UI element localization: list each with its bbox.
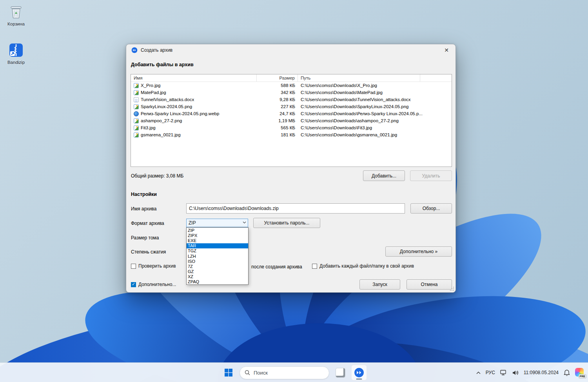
image-file-icon [134,132,139,138]
bandizip-app-icon [131,47,138,53]
file-row[interactable]: TunnelVision_attacks.docx 9,28 КБ C:\Use… [131,96,452,103]
desktop-icon-recycle-bin[interactable]: Корзина [1,3,31,26]
app-window-icon [336,368,345,378]
set-password-button[interactable]: Установить пароль... [253,218,320,228]
file-row[interactable]: gsmarena_0021.jpg 181 КБ C:\Users\comss\… [131,131,452,138]
image-file-icon [134,125,139,130]
preview-badge: PRE [579,374,586,378]
add-button[interactable]: Добавить... [363,170,405,181]
each-file-own-archive-checkbox[interactable]: Добавить каждый файл/папку в свой архив [312,263,414,269]
format-option[interactable]: 7Z [187,264,248,269]
remove-button[interactable]: Удалить [410,170,452,181]
webp-file-icon [134,111,139,116]
file-row[interactable]: MatePad.jpg 342 КБ C:\Users\comss\Downlo… [131,89,452,96]
start-button-taskbar[interactable] [221,365,236,380]
file-list-header: Имя Размер Путь [131,74,452,82]
browse-button[interactable]: Обзор... [410,203,452,214]
each-file-own-archive-label: Добавить каждый файл/папку в свой архив [319,263,414,269]
taskbar-app-icon[interactable] [332,365,348,380]
network-icon[interactable] [499,365,508,380]
format-option[interactable]: ZIPX [187,233,248,238]
start-button[interactable]: Запуск [359,279,400,290]
create-archive-dialog: Создать архив ✕ Добавить файлы в архив И… [126,44,456,293]
total-size-label: Общий размер: 3,08 МБ [131,173,183,179]
desktop-icon-label: Bandizip [1,60,31,65]
search-icon [245,370,250,375]
cancel-button[interactable]: Отмена [407,279,452,290]
format-option[interactable]: TAR [187,243,248,248]
format-option[interactable]: TGZ [187,248,248,253]
file-row[interactable]: SparkyLinux-2024.05.png 227 КБ C:\Users\… [131,103,452,110]
tray-time: 11:09 [524,370,535,376]
taskbar-bandizip-button[interactable] [351,365,367,380]
resize-grip[interactable] [450,286,454,291]
dialog-title: Создать архив [141,47,172,53]
file-row[interactable]: Релиз-Sparky Linux-2024.05.png.webp 24,7… [131,110,452,117]
advanced-button[interactable]: Дополнительно » [385,246,452,257]
archive-name-input[interactable] [186,203,405,214]
compression-label: Степень сжатия [131,249,166,255]
verify-archive-label: Проверить архив [138,263,176,269]
archive-format-label: Формат архива [131,221,164,226]
volume-icon[interactable] [511,365,520,380]
language-indicator[interactable]: РУС [485,365,496,380]
dialog-titlebar[interactable]: Создать архив ✕ [126,44,456,56]
image-file-icon [134,118,139,123]
more-options-label: Дополнительно... [138,282,176,287]
after-create-label-fragment: после создания архива [251,264,302,270]
checkbox-box[interactable] [312,264,317,269]
clock[interactable]: 11:09 08.05.2024 [523,365,560,380]
format-option[interactable]: ZPAQ [187,279,248,284]
column-header-filler [420,74,452,81]
file-list: Имя Размер Путь X_Pro.jpg 588 КБ C:\User… [131,74,452,167]
image-file-icon [134,90,139,95]
image-file-icon [134,83,139,88]
desktop-icon-label: Корзина [1,22,31,26]
files-section-title: Добавить файлы в архив [131,62,194,67]
archive-name-label: Имя архива [131,206,157,212]
tray-chevron-up-icon[interactable] [475,365,482,380]
tray-date: 08.05.2024 [535,370,559,376]
format-combobox-value: ZIP [189,220,196,226]
windows-logo-icon [224,368,233,377]
column-header-size[interactable]: Размер [257,74,298,81]
search-placeholder: Поиск [254,370,268,376]
image-file-icon [134,104,139,109]
settings-section-title: Настройки [131,192,157,197]
checkbox-box[interactable] [131,264,136,269]
taskbar: Поиск РУС [0,362,588,382]
format-option[interactable]: EXE [187,238,248,243]
file-row[interactable]: X_Pro.jpg 588 КБ C:\Users\comss\Download… [131,82,452,89]
bandizip-icon [7,42,25,59]
format-option[interactable]: GZ [187,269,248,274]
checkbox-box[interactable] [131,282,136,287]
format-combobox[interactable]: ZIP [186,219,248,227]
format-dropdown: ZIP ZIPX EXE TAR TGZ LZH ISO 7Z GZ XZ ZP… [186,227,249,285]
notifications-icon[interactable] [563,365,571,380]
desktop-icon-bandizip[interactable]: Bandizip [1,42,31,65]
verify-archive-checkbox[interactable]: Проверить архив [131,263,176,269]
file-row[interactable]: Fit3.jpg 565 КБ C:\Users\comss\Downloads… [131,124,452,131]
column-header-name[interactable]: Имя [131,74,257,81]
document-file-icon [134,97,139,102]
close-icon[interactable]: ✕ [437,44,456,56]
format-option[interactable]: ISO [187,259,248,264]
chevron-down-icon [243,221,246,224]
file-row[interactable]: ashampoo_27-2.png 1,19 МБ C:\Users\comss… [131,117,452,124]
format-option[interactable]: LZH [187,253,248,259]
insider-preview-icon[interactable]: PRE [574,365,586,380]
more-options-checkbox[interactable]: Дополнительно... [131,282,176,287]
recycle-bin-icon [7,3,25,20]
format-option[interactable]: XZ [187,274,248,279]
bandizip-icon [354,368,364,378]
volume-size-label: Размер тома [131,235,159,241]
format-option[interactable]: ZIP [187,228,248,233]
column-header-path[interactable]: Путь [298,74,420,81]
search-input[interactable]: Поиск [240,366,329,379]
